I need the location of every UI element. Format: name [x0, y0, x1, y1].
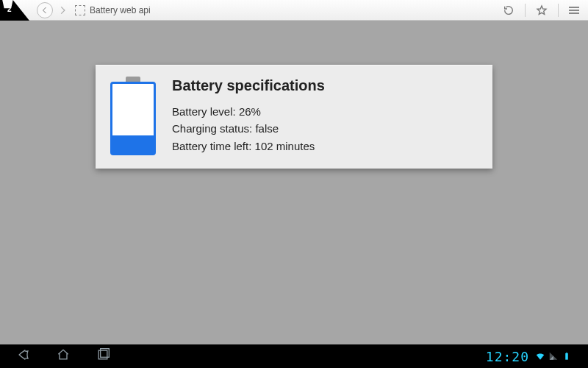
arrow-left-icon — [40, 6, 49, 15]
battery-info: Battery specifications Battery level: 26… — [172, 77, 325, 155]
battery-level-label: Battery level — [172, 105, 233, 118]
bookmark-button[interactable] — [533, 4, 551, 16]
signal-icon — [548, 351, 559, 361]
android-navbar: 12:20 — [0, 344, 588, 368]
svg-rect-2 — [565, 353, 568, 360]
svg-rect-3 — [566, 353, 567, 353]
tab-switcher[interactable] — [0, 0, 29, 21]
toolbar-divider — [558, 4, 559, 17]
menu-icon — [569, 7, 579, 8]
svg-rect-1 — [101, 349, 110, 358]
battery-fill — [112, 135, 154, 153]
nav-home-icon — [56, 347, 71, 362]
page-body: Battery specifications Battery level: 26… — [0, 21, 588, 344]
svg-rect-0 — [98, 350, 107, 359]
nav-home-button[interactable] — [56, 347, 71, 365]
status-icons — [535, 351, 572, 361]
page-title: Battery web api — [90, 5, 151, 15]
forward-button[interactable] — [57, 5, 68, 15]
battery-time-value: 102 minutes — [255, 140, 315, 152]
nav-back-button[interactable] — [16, 347, 31, 365]
reload-icon — [503, 4, 514, 16]
status-clock: 12:20 — [486, 349, 529, 364]
page-favicon — [75, 5, 85, 15]
card-heading: Battery specifications — [172, 77, 325, 94]
wifi-icon — [535, 351, 545, 361]
charging-status-value: false — [255, 122, 279, 135]
battery-level-row: Battery level: 26% — [172, 103, 325, 120]
nav-recent-icon — [96, 347, 110, 362]
nav-back-icon — [16, 347, 31, 362]
arrow-right-icon — [57, 5, 68, 15]
back-button[interactable] — [37, 2, 53, 18]
toolbar-divider — [525, 4, 526, 17]
star-icon — [536, 4, 548, 16]
battery-time-row: Battery time left: 102 minutes — [172, 138, 325, 155]
menu-button[interactable] — [566, 7, 582, 14]
battery-status-icon — [562, 351, 572, 361]
battery-level-value: 26% — [239, 105, 261, 118]
charging-status-row: Charging status: false — [172, 120, 325, 137]
battery-illustration — [110, 82, 156, 155]
nav-recent-button[interactable] — [96, 347, 110, 365]
battery-card: Battery specifications Battery level: 26… — [96, 65, 492, 169]
battery-time-label: Battery time left — [172, 140, 248, 152]
charging-status-label: Charging status — [172, 122, 249, 135]
browser-toolbar: Battery web api — [0, 0, 588, 21]
reload-button[interactable] — [500, 4, 517, 16]
